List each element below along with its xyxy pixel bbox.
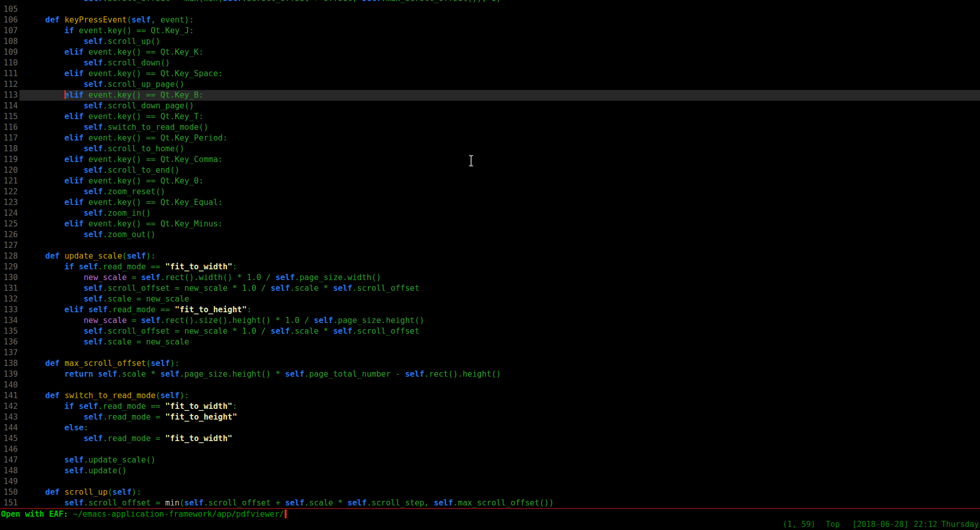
code-token: .scroll_offset = xyxy=(84,498,166,508)
code-line[interactable]: 118 self.scroll_to_home() xyxy=(0,144,980,154)
code-line[interactable]: 142 if self.read_mode == "fit_to_width": xyxy=(0,401,980,412)
code-token: self xyxy=(223,0,242,3)
code-line[interactable]: 110 self.scroll_down() xyxy=(0,58,980,68)
code-lines: self.scroll_offset = max(min(self.scroll… xyxy=(0,0,980,508)
code-line[interactable]: 140 xyxy=(0,380,980,390)
line-number: 105 xyxy=(0,4,18,15)
minibuffer-input[interactable]: ~/emacs-application-framework/app/pdfvie… xyxy=(73,510,284,519)
code-token: def xyxy=(45,15,60,25)
code-token: min xyxy=(165,498,179,508)
code-token: self xyxy=(84,37,103,46)
code-line[interactable]: 149 xyxy=(0,476,980,487)
line-number: 111 xyxy=(0,68,18,79)
code-line[interactable]: 131 self.scroll_offset = new_scale * 1.0… xyxy=(0,283,980,294)
code-line[interactable]: 148 self.update() xyxy=(0,466,980,476)
code-token: self xyxy=(84,327,103,336)
code-line[interactable]: 109 elif event.key() == Qt.Key_K: xyxy=(0,47,980,58)
code-line[interactable]: 107 if event.key() == Qt.Key_J: xyxy=(0,26,980,36)
code-token: .read_mode == xyxy=(98,262,165,271)
status-day: Thursday xyxy=(941,519,979,530)
code-line[interactable]: 128 def update_scale(self): xyxy=(0,251,980,262)
code-token: if xyxy=(64,26,74,35)
code-token: event.key() == Qt.Key_K: xyxy=(84,48,204,57)
code-line[interactable]: self.scroll_offset = max(min(self.scroll… xyxy=(0,0,980,4)
code-line[interactable]: 115 elif event.key() == Qt.Key_T: xyxy=(0,111,980,122)
code-line[interactable]: 145 self.read_mode = "fit_to_width" xyxy=(0,433,980,444)
code-line[interactable]: 112 self.scroll_up_page() xyxy=(0,79,980,90)
line-number: 118 xyxy=(0,144,18,154)
code-token: def xyxy=(45,391,60,400)
code-line[interactable]: 130 new_scale = self.rect().width() * 1.… xyxy=(0,272,980,283)
code-line[interactable]: 105 xyxy=(0,4,980,15)
line-number: 119 xyxy=(0,154,18,165)
code-line[interactable]: 143 self.read_mode = "fit_to_height" xyxy=(0,412,980,423)
code-token: .update() xyxy=(84,466,127,475)
code-line[interactable]: 114 self.scroll_down_page() xyxy=(0,101,980,111)
buffer-location: Top xyxy=(826,519,840,530)
code-line[interactable]: 116 self.switch_to_read_mode() xyxy=(0,122,980,133)
code-line[interactable]: 129 if self.read_mode == "fit_to_width": xyxy=(0,262,980,272)
line-number: 148 xyxy=(0,466,18,476)
code-line[interactable]: 139 return self.scale * self.page_size.h… xyxy=(0,369,980,380)
code-token: .scale * xyxy=(117,370,160,379)
line-number: 149 xyxy=(0,476,18,487)
code-line[interactable]: 120 self.scroll_to_end() xyxy=(0,165,980,176)
code-token: .read_mode = xyxy=(103,434,165,443)
code-line[interactable]: 150 def scroll_up(self): xyxy=(0,487,980,498)
code-line[interactable]: 122 self.zoom_reset() xyxy=(0,187,980,197)
minibuffer[interactable]: Open with EAF: ~/emacs-application-frame… xyxy=(1,509,287,520)
code-token: event.key() == Qt.Key_Space: xyxy=(84,69,223,78)
code-token: if xyxy=(64,402,74,411)
cursor-position: (1, 59) xyxy=(783,519,815,530)
code-line[interactable]: 117 elif event.key() == Qt.Key_Period: xyxy=(0,133,980,144)
code-line[interactable]: 125 elif event.key() == Qt.Key_Minus: xyxy=(0,219,980,229)
code-line[interactable]: 126 self.zoom_out() xyxy=(0,229,980,240)
code-token: "fit_to_height" xyxy=(165,412,237,422)
code-line[interactable]: 141 def switch_to_read_mode(self): xyxy=(0,390,980,401)
code-token xyxy=(26,359,45,368)
code-line[interactable]: 132 self.scale = new_scale xyxy=(0,294,980,305)
code-line[interactable]: 113 elif event.key() == Qt.Key_B: xyxy=(0,90,980,101)
line-number: 107 xyxy=(0,26,18,36)
code-token xyxy=(26,112,64,121)
line-number: 142 xyxy=(0,401,18,412)
code-token xyxy=(26,316,84,325)
code-token: .scroll_to_home() xyxy=(103,144,184,153)
line-number: 113 xyxy=(0,90,18,101)
line-number: 114 xyxy=(0,101,18,111)
code-token: "fit_to_height" xyxy=(175,305,247,314)
code-token: self xyxy=(112,488,132,497)
code-line[interactable]: 127 xyxy=(0,240,980,251)
code-line[interactable]: 137 xyxy=(0,348,980,358)
code-token: : xyxy=(247,305,251,314)
line-number: 116 xyxy=(0,122,18,133)
code-line[interactable]: 136 self.scale = new_scale xyxy=(0,337,980,348)
code-token: update_scale xyxy=(64,251,122,261)
code-token: self xyxy=(98,370,118,379)
code-token: self xyxy=(314,316,333,325)
code-token: if xyxy=(64,262,74,271)
code-token xyxy=(26,488,45,497)
code-line[interactable]: 119 elif event.key() == Qt.Key_Comma: xyxy=(0,154,980,165)
code-editor[interactable]: self.scroll_offset = max(min(self.scroll… xyxy=(0,0,980,508)
code-line[interactable]: 147 self.update_scale() xyxy=(0,455,980,466)
code-line[interactable]: 138 def max_scroll_offset(self): xyxy=(0,358,980,369)
code-line[interactable]: 121 elif event.key() == Qt.Key_0: xyxy=(0,176,980,187)
code-line[interactable]: 151 self.scroll_offset = min(self.scroll… xyxy=(0,498,980,508)
code-token: scroll_up xyxy=(64,488,108,497)
code-line[interactable]: 123 elif event.key() == Qt.Key_Equal: xyxy=(0,197,980,208)
code-line[interactable]: 135 self.scroll_offset = new_scale * 1.0… xyxy=(0,326,980,337)
code-line[interactable]: 133 elif self.read_mode == "fit_to_heigh… xyxy=(0,305,980,315)
code-token xyxy=(26,219,64,228)
code-line[interactable]: 124 self.zoom_in() xyxy=(0,208,980,219)
code-token: .page_size.height() * xyxy=(179,370,285,379)
code-line[interactable]: 108 self.scroll_up() xyxy=(0,36,980,47)
code-token xyxy=(26,262,64,271)
line-number: 147 xyxy=(0,455,18,466)
code-line[interactable]: 146 xyxy=(0,444,980,455)
code-line[interactable]: 144 else: xyxy=(0,423,980,433)
code-line[interactable]: 106 def keyPressEvent(self, event): xyxy=(0,15,980,26)
code-line[interactable]: 111 elif event.key() == Qt.Key_Space: xyxy=(0,68,980,79)
code-token xyxy=(26,209,84,218)
code-line[interactable]: 134 new_scale = self.rect().size().heigh… xyxy=(0,315,980,326)
